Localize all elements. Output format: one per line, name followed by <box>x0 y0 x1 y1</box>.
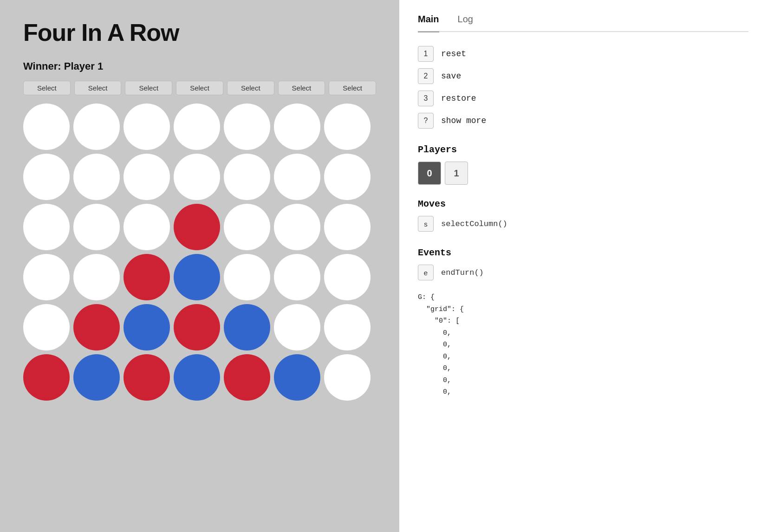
select-btn-4[interactable]: Select <box>227 81 274 95</box>
cell-0-1 <box>73 104 120 150</box>
cell-1-1 <box>73 154 120 200</box>
left-panel: Four In A Row Winner: Player 1 SelectSel… <box>0 0 399 532</box>
action-key-0[interactable]: 1 <box>418 46 434 62</box>
select-btn-3[interactable]: Select <box>176 81 223 95</box>
tab-log[interactable]: Log <box>458 14 473 27</box>
grid-row-2 <box>23 204 376 250</box>
cell-4-1 <box>73 304 120 350</box>
grid-row-3 <box>23 254 376 300</box>
move-row-0: sselectColumn() <box>418 216 748 232</box>
cell-4-5 <box>274 304 320 350</box>
cell-5-2 <box>124 354 170 401</box>
cell-5-0 <box>23 354 70 401</box>
players-row: 01 <box>418 162 748 185</box>
cell-2-5 <box>274 204 320 250</box>
cell-0-3 <box>174 104 220 150</box>
game-title: Four In A Row <box>23 19 376 46</box>
winner-text: Winner: Player 1 <box>23 60 376 72</box>
player-btn-1[interactable]: 1 <box>445 162 468 185</box>
cell-3-6 <box>324 254 370 300</box>
cell-2-1 <box>73 204 120 250</box>
cell-4-0 <box>23 304 70 350</box>
tabs-container: Main Log <box>418 14 748 32</box>
action-label-0: reset <box>441 49 466 58</box>
cell-1-3 <box>174 154 220 200</box>
action-label-2: restore <box>441 94 476 103</box>
move-key-0[interactable]: s <box>418 216 434 232</box>
select-btn-0[interactable]: Select <box>23 81 71 95</box>
cell-5-3 <box>174 354 220 401</box>
action-label-3: show more <box>441 116 486 125</box>
cell-4-3 <box>174 304 220 350</box>
cell-3-3 <box>174 254 220 300</box>
cell-0-5 <box>274 104 320 150</box>
cell-2-4 <box>224 204 270 250</box>
grid-row-5 <box>23 354 376 401</box>
select-btn-1[interactable]: Select <box>74 81 122 95</box>
game-grid <box>23 99 376 405</box>
cell-3-0 <box>23 254 70 300</box>
move-label-0: selectColumn() <box>441 220 507 228</box>
cell-3-5 <box>274 254 320 300</box>
select-btn-5[interactable]: Select <box>278 81 325 95</box>
moves-list: sselectColumn() <box>418 216 748 238</box>
action-key-3[interactable]: ? <box>418 113 434 129</box>
cell-1-0 <box>23 154 70 200</box>
cell-2-2 <box>124 204 170 250</box>
cell-5-5 <box>274 354 320 401</box>
player-btn-0[interactable]: 0 <box>418 162 441 185</box>
cell-4-2 <box>124 304 170 350</box>
cell-0-6 <box>324 104 370 150</box>
cell-4-4 <box>224 304 270 350</box>
cell-5-6 <box>324 354 370 401</box>
event-row-0: eendTurn() <box>418 265 748 280</box>
cell-1-4 <box>224 154 270 200</box>
select-btn-6[interactable]: Select <box>329 81 376 95</box>
cell-3-2 <box>124 254 170 300</box>
cell-1-2 <box>124 154 170 200</box>
tab-main[interactable]: Main <box>418 14 439 32</box>
cell-0-4 <box>224 104 270 150</box>
cell-0-0 <box>23 104 70 150</box>
right-panel: Main Log 1reset2save3restore?show more P… <box>399 0 767 532</box>
g-state: G: { "grid": { "0": [ 0, 0, 0, 0, 0, 0, <box>418 292 748 398</box>
action-label-1: save <box>441 71 461 81</box>
cell-2-6 <box>324 204 370 250</box>
action-row-0: 1reset <box>418 46 748 62</box>
actions-list: 1reset2save3restore?show more <box>418 46 748 135</box>
events-list: eendTurn() <box>418 265 748 287</box>
select-btn-2[interactable]: Select <box>125 81 172 95</box>
cell-5-1 <box>73 354 120 401</box>
action-key-2[interactable]: 3 <box>418 91 434 106</box>
cell-1-6 <box>324 154 370 200</box>
grid-row-0 <box>23 104 376 150</box>
grid-row-1 <box>23 154 376 200</box>
cell-1-5 <box>274 154 320 200</box>
event-key-0[interactable]: e <box>418 265 434 280</box>
cell-0-2 <box>124 104 170 150</box>
players-section-header: Players <box>418 144 748 155</box>
action-row-3: ?show more <box>418 113 748 129</box>
grid-row-4 <box>23 304 376 350</box>
event-label-0: endTurn() <box>441 268 484 277</box>
select-buttons-row: SelectSelectSelectSelectSelectSelectSele… <box>23 81 376 95</box>
action-row-1: 2save <box>418 68 748 84</box>
cell-2-3 <box>174 204 220 250</box>
cell-3-1 <box>73 254 120 300</box>
moves-section-header: Moves <box>418 199 748 209</box>
cell-2-0 <box>23 204 70 250</box>
cell-3-4 <box>224 254 270 300</box>
events-section-header: Events <box>418 247 748 258</box>
cell-5-4 <box>224 354 270 401</box>
action-key-1[interactable]: 2 <box>418 68 434 84</box>
cell-4-6 <box>324 304 370 350</box>
action-row-2: 3restore <box>418 91 748 106</box>
